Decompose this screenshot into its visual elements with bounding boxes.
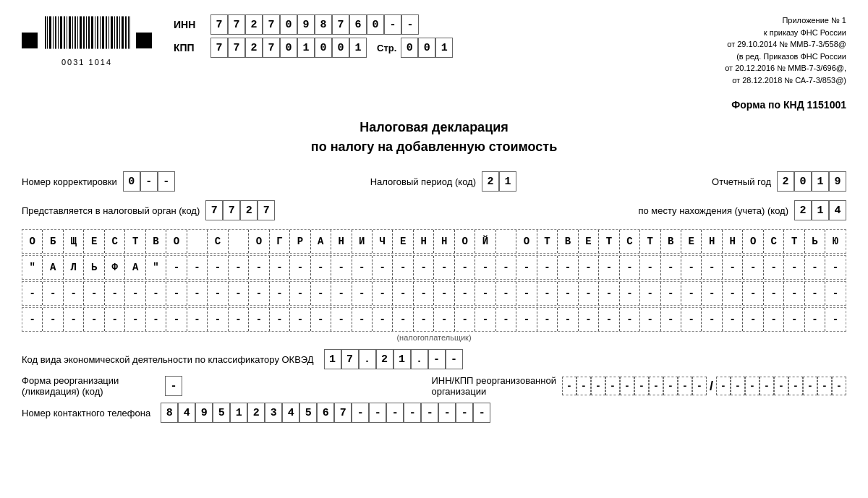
correction-label: Номер корректировки [22,176,117,187]
rk-6: - [788,377,803,395]
c2-35: - [723,256,743,279]
c2-8: - [166,256,187,279]
svg-rect-9 [69,17,71,49]
c1-2: Б [43,230,63,253]
reorg-label-2: (ликвидация) (код) [22,386,103,397]
form-knd: Форма по КНД 1151001 [22,99,846,111]
ri-7: - [649,377,663,395]
svg-rect-22 [106,17,107,49]
c1-28: Е [579,230,599,253]
svg-rect-4 [55,17,56,49]
c2-7: " [146,256,166,279]
year-char-3: 1 [812,171,829,192]
c1-4: Е [84,230,104,253]
ri-9: - [678,377,692,395]
c2-11: - [229,256,249,279]
svg-rect-16 [88,17,90,49]
ph-17: - [438,403,456,423]
ri-5: - [620,377,634,395]
appendix-note: Приложение № 1 к приказу ФНС России от 2… [725,14,846,86]
c2-12: - [249,256,269,279]
kpp-char-6: 1 [297,38,315,58]
company-row-2: " А Л Ь Ф А " - - - - - - - - - - - - - … [22,255,846,280]
c2-13: - [270,256,290,279]
c1-1: О [22,230,43,253]
kpp-char-9: 1 [349,38,367,58]
rk-5: - [774,377,788,395]
c4-1: - [22,308,43,331]
c1-13: Г [270,230,290,253]
inn-row: ИНН 7 7 2 7 0 9 8 7 6 0 - - [174,14,725,35]
appendix-line6: от 28.12.2018 № СА-7-3/853@) [725,74,846,87]
ph-9: 5 [299,403,317,423]
okved-char-1: 1 [324,349,341,369]
c1-14: Р [290,230,310,253]
reorganization-row: Форма реорганизации (ликвидация) (код) -… [22,375,846,397]
correction-boxes: 0 - - [123,171,175,192]
ph-14: - [386,403,404,423]
str-char-2: 0 [418,38,435,58]
str-char-1: 0 [401,38,418,58]
inn-char-10: 0 [367,14,384,35]
c2-17: - [352,256,373,279]
ph-19: - [473,403,490,423]
c2-39: - [805,256,825,279]
c1-6: Т [125,230,145,253]
svg-rect-3 [53,17,54,49]
correction-char-3: - [158,171,175,192]
okved-char-3: . [359,349,376,369]
c2-10: - [208,256,228,279]
ph-18: - [456,403,473,423]
svg-rect-21 [102,17,104,49]
okved-char-4: 2 [376,349,393,369]
inn-char-2: 7 [228,14,245,35]
svg-rect-0 [45,17,46,49]
rk-8: - [817,377,832,395]
str-label: Стр. [377,43,396,53]
inn-char-3: 2 [245,14,263,35]
appendix-line2: к приказу ФНС России [725,27,846,39]
c1-34: Н [702,230,722,253]
c1-29: Т [599,230,619,253]
phone-label: Номер контактного телефона [22,408,150,418]
c2-1: " [22,256,43,279]
loc-char-3: 4 [829,200,846,220]
kpp-boxes: 7 7 2 7 0 1 0 0 1 [210,38,367,58]
inn-kpp-section: ИНН 7 7 2 7 0 9 8 7 6 0 - - КПП 7 7 2 [174,14,725,61]
inn-char-5: 0 [280,14,297,35]
c1-35: Н [723,230,743,253]
c1-26: Т [537,230,558,253]
svg-rect-27 [119,17,120,49]
inn-char-8: 7 [332,14,349,35]
black-square-right [136,33,152,48]
rk-9: - [832,377,846,395]
c1-19: Е [393,230,413,253]
slash-separator: / [710,379,713,394]
rk-7: - [803,377,817,395]
ta-char-2: 7 [223,200,240,220]
c2-28: - [579,256,599,279]
svg-rect-29 [125,17,127,49]
barcode-number: 0031 1014 [43,58,130,66]
reorg-kpp-boxes: - - - - - - - - - [716,377,846,395]
c1-3: Щ [64,230,84,253]
c1-7: В [146,230,166,253]
ri-6: - [634,377,649,395]
tax-period-boxes: 2 1 [482,171,516,192]
inn-char-7: 8 [315,14,332,35]
title-section: Налоговая декларация по налогу на добавл… [22,118,846,157]
c2-30: - [620,256,640,279]
c2-14: - [290,256,310,279]
ri-4: - [605,377,620,395]
correction-char-1: 0 [123,171,140,192]
tax-period-label: Налоговый период (код) [370,176,476,187]
appendix-line3: от 29.10.2014 № ММВ-7-3/558@ [725,38,846,51]
phone-row: Номер контактного телефона 8 4 9 5 1 2 3… [22,403,846,423]
inn-label: ИНН [174,19,206,30]
reporting-year-label: Отчетный год [712,176,771,187]
c1-21: Н [434,230,454,253]
c2-16: - [331,256,352,279]
kpp-char-3: 2 [245,38,263,58]
c1-12: О [249,230,269,253]
year-char-2: 0 [794,171,812,192]
